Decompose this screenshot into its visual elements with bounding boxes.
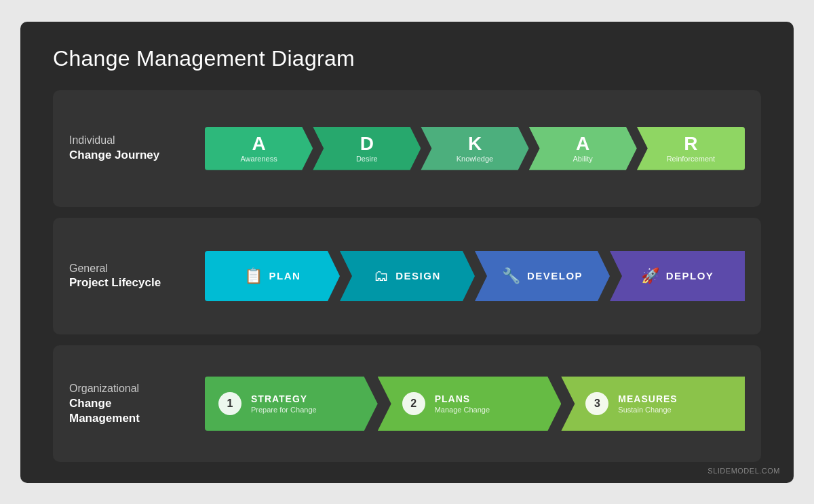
design-icon: 🗂 [374, 267, 389, 285]
row1-label-line1: Individual [69, 134, 115, 146]
develop-icon: 🔧 [502, 267, 520, 285]
deploy-icon: 🚀 [641, 267, 659, 285]
rows-container: Individual Change Journey A Awareness D … [53, 90, 761, 463]
design-label: DESIGN [395, 270, 441, 282]
plan-label: PLAN [269, 270, 301, 282]
row-individual-change: Individual Change Journey A Awareness D … [53, 90, 761, 207]
adkar-letter-k: K [468, 134, 482, 153]
adkar-letter-r: R [684, 134, 697, 153]
row2-label-bold: Project Lifecycle [69, 275, 205, 290]
adkar-word-k: Knowledge [457, 155, 493, 163]
orgchange-chain: 1 STRATEGY Prepare for Change 2 PLANS Ma… [205, 376, 745, 431]
adkar-word-d: Desire [356, 155, 378, 163]
adkar-chain: A Awareness D Desire K Knowledge A Abili… [205, 127, 745, 170]
watermark: SLIDEMODEL.COM [708, 467, 780, 475]
develop-label: DEVELOP [527, 270, 583, 282]
org-number-1: 1 [218, 392, 241, 415]
org-title-plans: PLANS [435, 393, 490, 404]
org-subtitle-plans: Manage Change [435, 406, 490, 414]
org-number-3: 3 [585, 392, 608, 415]
orgchange-item-strategy: 1 STRATEGY Prepare for Change [205, 376, 378, 431]
adkar-item-a: A Awareness [205, 127, 313, 170]
row3-label: Organizational ChangeManagement [69, 382, 205, 426]
adkar-word-a: Awareness [240, 155, 277, 163]
row3-label-line1: Organizational [69, 383, 139, 394]
org-number-2: 2 [402, 392, 425, 415]
slide-container: Change Management Diagram Individual Cha… [20, 22, 794, 483]
row1-label: Individual Change Journey [69, 134, 205, 163]
deploy-label: DEPLOY [666, 270, 714, 282]
adkar-item-d: D Desire [313, 127, 421, 170]
orgchange-item-measures: 3 MEASURES Sustain Change [561, 376, 745, 431]
row-org-change: Organizational ChangeManagement 1 STRATE… [53, 345, 761, 462]
lifecycle-item-plan: 📋 PLAN [205, 251, 340, 301]
adkar-word-ability: Ability [573, 155, 593, 163]
adkar-item-k: K Knowledge [421, 127, 528, 170]
lifecycle-item-develop: 🔧 DEVELOP [475, 251, 610, 301]
adkar-item-r: R Reinforcement [637, 127, 745, 170]
plan-icon: 📋 [244, 267, 263, 285]
slide-title: Change Management Diagram [53, 46, 761, 71]
lifecycle-item-deploy: 🚀 DEPLOY [610, 251, 745, 301]
lifecycle-item-design: 🗂 DESIGN [340, 251, 475, 301]
adkar-word-r: Reinforcement [667, 155, 716, 163]
org-title-strategy: STRATEGY [251, 393, 317, 404]
row2-label-line1: General [69, 263, 108, 274]
orgchange-item-plans: 2 PLANS Manage Change [378, 376, 562, 431]
org-text-measures: MEASURES Sustain Change [618, 393, 677, 414]
org-subtitle-measures: Sustain Change [618, 406, 677, 414]
row1-label-bold: Change Journey [69, 148, 205, 163]
lifecycle-chain: 📋 PLAN 🗂 DESIGN 🔧 DEVELOP 🚀 DEPLOY [205, 251, 745, 301]
row-project-lifecycle: General Project Lifecycle 📋 PLAN 🗂 DESIG… [53, 218, 761, 334]
org-text-plans: PLANS Manage Change [435, 393, 490, 414]
adkar-item-ability: A Ability [529, 127, 637, 170]
adkar-letter-a: A [252, 134, 265, 153]
org-text-strategy: STRATEGY Prepare for Change [251, 393, 317, 414]
row2-label: General Project Lifecycle [69, 262, 205, 291]
row3-label-bold: ChangeManagement [69, 396, 205, 426]
adkar-letter-d: D [360, 134, 374, 153]
org-title-measures: MEASURES [618, 393, 677, 404]
adkar-letter-ability: A [576, 134, 589, 153]
org-subtitle-strategy: Prepare for Change [251, 406, 317, 414]
